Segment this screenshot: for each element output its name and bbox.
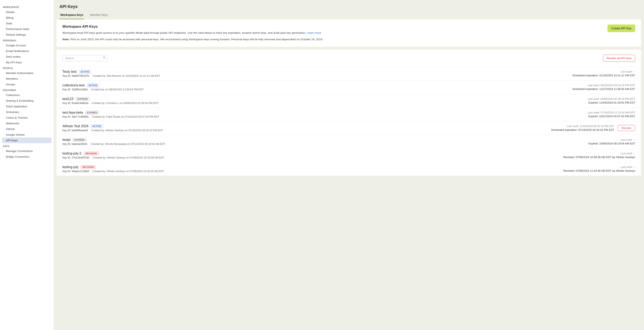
- api-key-meta: Key ID: 32dff4c2e99dCreated by: on 08/29…: [62, 88, 568, 91]
- api-key-meta: Key ID: babcda3f4cfcCreated by: Shruthi …: [62, 143, 584, 146]
- api-key-row: testplEXPIREDKey ID: babcda3f4cfcCreated…: [56, 135, 641, 149]
- status-badge: ACTIVE: [90, 124, 103, 128]
- status-badge: REVOKED: [84, 152, 99, 155]
- expiration-line: Scheduled expiration: 07/18/2025 04:20:4…: [551, 128, 614, 132]
- revoke-button[interactable]: Revoke: [618, 125, 635, 131]
- sidebar-item-stats[interactable]: Stats: [2, 20, 52, 26]
- api-key-name: collections-test: [62, 83, 85, 87]
- sidebar-item-member-authorization[interactable]: Member Authorization: [2, 70, 52, 76]
- sidebar-item-manage-connections[interactable]: Manage Connections: [2, 148, 52, 154]
- tab-workspace-keys[interactable]: Workspace keys: [60, 11, 84, 19]
- sidebar-section-title: WORKSPACE: [2, 4, 52, 9]
- api-key-row: test123EXPIREDKey ID: 81defc4d6b3aCreate…: [56, 94, 641, 108]
- sidebar-item-default-settings[interactable]: Default Settings: [2, 32, 52, 37]
- sidebar-item-performance-stats[interactable]: Performance Stats: [2, 26, 52, 32]
- expiration-line: Revoked: 07/09/2024 10:58:49 AM EDT by A…: [563, 156, 635, 159]
- api-key-name: test123: [62, 97, 73, 101]
- sidebar-item-google-sheets[interactable]: Google Sheets: [2, 132, 52, 138]
- learn-more-link[interactable]: Learn more: [307, 31, 321, 34]
- sidebar-item-schedules[interactable]: Schedules: [2, 109, 52, 115]
- expiration-line: Expired: 10/09/2024 09:19:54 AM EDT: [588, 142, 635, 145]
- api-key-name: Alfredo Test 2024: [62, 124, 88, 128]
- last-used: Last used: --: [563, 166, 635, 168]
- sidebar-item-details[interactable]: Details: [2, 9, 52, 15]
- sidebar-section-title: PEOPLE: [2, 65, 52, 70]
- status-badge: EXPIRED: [85, 111, 99, 115]
- create-api-key-button[interactable]: Create API Key: [608, 24, 635, 32]
- section-title: Workspace API Keys: [62, 24, 599, 29]
- sidebar-section-title: DATA: [2, 143, 52, 148]
- api-key-meta: Key ID: 27e13e4357ebCreated by: Alfredo …: [62, 156, 559, 159]
- api-key-name: test-faye-beta: [62, 111, 83, 115]
- tab-member-keys[interactable]: Member keys: [89, 11, 108, 19]
- last-used: Last used: 08/06/2024 02:56:28 PM EDT: [588, 98, 635, 100]
- sidebar-item-github[interactable]: GitHub: [2, 126, 52, 132]
- sidebar-item-sharing-embedding[interactable]: Sharing & Embedding: [2, 98, 52, 104]
- api-key-name: testpl: [62, 138, 70, 142]
- search-wrap: [62, 55, 108, 61]
- api-key-row: testing-julyREVOKEDKey ID: 9ddacc2148b8C…: [56, 162, 641, 176]
- note-text: Prior to June 2023, the API could only b…: [70, 38, 323, 41]
- api-key-meta: Key ID: bd0df9eaaedfCreated by: Alfredo …: [62, 129, 547, 132]
- desc-text: Workspace-level API keys grant access to…: [62, 31, 307, 34]
- sidebar-item-groups[interactable]: Groups: [2, 82, 52, 87]
- sidebar-item-my-api-keys[interactable]: My API Keys: [2, 60, 52, 65]
- section-description: Workspace-level API keys grant access to…: [62, 31, 599, 35]
- status-badge: ACTIVE: [79, 70, 91, 74]
- sidebar-item-email-notifications[interactable]: Email Notifications: [2, 48, 52, 54]
- expiration-line: Expired: 11/04/2024 01:39:53 PM EST: [588, 101, 635, 104]
- section-note: Note: Prior to June 2023, the API could …: [62, 37, 599, 42]
- sidebar-item-collections[interactable]: Collections: [2, 92, 52, 98]
- sidebar-item-slack-application[interactable]: Slack Application: [2, 104, 52, 109]
- last-used: Last used: 11/20/2024 06:32:14 PM EST: [551, 125, 614, 128]
- sidebar-item-members[interactable]: Members: [2, 76, 52, 82]
- api-key-row: Alfredo Test 2024ACTIVEKey ID: bd0df9eaa…: [56, 121, 641, 135]
- note-label: Note:: [62, 38, 70, 41]
- sidebar-item-colors-themes[interactable]: Colors & Themes: [2, 115, 52, 121]
- header-card: Workspace API Keys Workspace-level API k…: [56, 19, 641, 47]
- revoke-all-button[interactable]: Revoke all API keys: [603, 55, 635, 62]
- api-key-name: testing-july-2: [62, 152, 82, 155]
- expiration-line: Scheduled expiration: 11/27/2024 11:58:5…: [572, 87, 635, 91]
- api-key-row: test-faye-betaEXPIREDKey ID: 4de7714636f…: [56, 108, 641, 121]
- sidebar-item-google-account[interactable]: Google Account: [2, 42, 52, 48]
- sidebar-section-title: FEATURES: [2, 87, 52, 92]
- last-used: Last used: --: [588, 138, 635, 141]
- list-toolbar: Revoke all API keys: [56, 50, 641, 67]
- sidebar-item-bridge-connectors[interactable]: Bridge Connectors: [2, 154, 52, 160]
- api-key-meta: Key ID: 4de7714636faCreated by: Faye Ros…: [62, 115, 584, 118]
- api-key-meta: Key ID: 9ddacc2148b8Created by: Alfredo …: [62, 170, 559, 173]
- search-input[interactable]: [62, 55, 108, 61]
- api-key-meta: Key ID: 81defc4d6b3aCreated by: Christin…: [62, 102, 583, 105]
- sidebar-section-title: PERSONAL: [2, 37, 52, 42]
- page-title: API Keys: [54, 0, 644, 11]
- last-used: Last used: --: [563, 152, 635, 155]
- sidebar-item-webhooks[interactable]: Webhooks: [2, 121, 52, 126]
- sidebar-item-api-keys[interactable]: API Keys: [2, 138, 52, 143]
- api-key-row: testing-july-2REVOKEDKey ID: 27e13e4357e…: [56, 149, 641, 162]
- api-key-row: Testy testACTIVEKey ID: 5a60078d197bCrea…: [56, 67, 641, 81]
- last-used: Last used: 07/24/2024 11:22:42 AM EDT: [588, 111, 635, 114]
- status-badge: EXPIRED: [76, 97, 90, 101]
- api-key-name: testing-july: [62, 165, 78, 169]
- sidebar: WORKSPACEDetailsBillingStatsPerformance …: [0, 0, 54, 330]
- status-badge: EXPIRED: [72, 138, 87, 142]
- expiration-line: Scheduled expiration: 01/16/2025 10:21:1…: [572, 74, 635, 77]
- sidebar-item-billing[interactable]: Billing: [2, 15, 52, 20]
- api-key-name: Testy test: [62, 70, 77, 74]
- main-content: API Keys Workspace keysMember keys Works…: [54, 0, 644, 330]
- tabs: Workspace keysMember keys: [54, 11, 644, 19]
- status-badge: REVOKED: [80, 165, 96, 169]
- api-key-row: collections-testACTIVEKey ID: 32dff4c2e9…: [56, 81, 641, 94]
- last-used: Last used: --: [572, 70, 635, 73]
- sidebar-item-sent-invites[interactable]: Sent Invites: [2, 54, 52, 60]
- list-card: Revoke all API keys Testy testACTIVEKey …: [56, 50, 641, 176]
- status-badge: ACTIVE: [87, 83, 99, 87]
- api-key-list: Testy testACTIVEKey ID: 5a60078d197bCrea…: [56, 67, 641, 176]
- expiration-line: Expired: 10/21/2024 04:57:43 PM EDT: [588, 115, 635, 118]
- expiration-line: Revoked: 07/09/2024 11:43:46 AM EDT by A…: [563, 169, 635, 172]
- last-used: Last used: 08/29/2024 03:14:19 PM EDT: [572, 84, 635, 87]
- api-key-meta: Key ID: 5a60078d197bCreated by: Mia Muen…: [62, 74, 568, 77]
